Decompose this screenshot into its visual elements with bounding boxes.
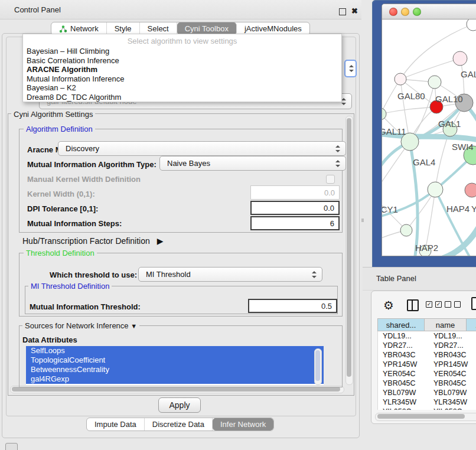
network-node[interactable] [382,108,386,120]
algorithm-option[interactable]: Dream8 DC_TDC Algorithm [23,93,341,102]
node-label-swi4: SWI4 [452,142,474,152]
table-row[interactable]: YBR043CYBR043C [378,350,476,360]
settings-vscrollbar[interactable] [345,116,353,385]
column-header-name[interactable]: name [425,318,467,331]
network-node[interactable] [428,76,441,89]
float-window-icon[interactable] [339,8,346,15]
network-window-titlebar[interactable] [382,4,476,19]
tab-jactivemnodules[interactable]: jActiveMNodules [237,22,309,35]
network-edge[interactable] [400,58,460,79]
node-label-gal1: GAL1 [438,119,461,129]
algorithm-option[interactable]: Mutual Information Inference [23,74,341,84]
node-label-gal: GAL [461,69,476,79]
columns-icon[interactable] [407,299,419,311]
network-graph [382,19,476,256]
mi-type-combobox[interactable]: Naive Bayes [159,156,346,171]
dpi-tolerance-field[interactable]: 0.0 [250,201,340,215]
column-header-a[interactable]: A [467,318,476,331]
attr-list-vscrollbar-thumb[interactable] [315,350,320,381]
network-node[interactable] [428,182,443,197]
network-canvas[interactable]: GALGAL80GAL10GAL1GAL11SWI4GAL4GCY1HAP4YH… [382,19,476,256]
apply-button[interactable]: Apply [158,397,201,413]
network-icon [59,25,67,33]
network-node[interactable] [395,73,406,85]
sources-title-row[interactable]: Sources for Network Inference ▼ [22,321,139,330]
network-node[interactable] [467,19,476,31]
data-attribute-item[interactable]: gal4RGexp [26,374,324,384]
tab-style[interactable]: Style [107,22,140,35]
export-table-icon[interactable] [471,297,476,310]
manual-kernel-checkbox[interactable] [326,175,335,184]
combo-spinner-icon [335,160,340,167]
data-attribute-item[interactable]: BetweennessCentrality [26,365,324,374]
close-icon[interactable]: ✖ [351,7,358,15]
network-node[interactable] [453,51,467,66]
table-row[interactable]: YER054CYER054C8. [378,369,476,379]
data-attribute-item[interactable]: SelfLoops [26,346,324,356]
table-body[interactable]: YDL19...YDL19...13YDR27...YDR27...12YBR0… [377,331,476,410]
table-row[interactable]: YDL19...YDL19...13 [378,331,476,341]
mi-threshold-field[interactable]: 0.5 [248,299,337,313]
kernel-width-field[interactable]: 0.0 [250,185,340,200]
network-edge[interactable] [382,107,436,114]
tab-infer-network[interactable]: Infer Network [213,418,273,431]
split-divider-handle[interactable] [361,219,364,222]
unselect-all-columns-icon[interactable] [445,298,465,309]
aracne-mode-combobox[interactable]: Discovery [58,141,346,156]
table-cell: YBL079W [378,388,429,397]
tab-discretize-data[interactable]: Discretize Data [145,418,213,431]
table-hscrollbar[interactable] [375,413,476,421]
table-cell: YIL052C [378,407,429,410]
network-node[interactable] [465,183,476,197]
dpi-tolerance-label: DPI Tolerance [0,1]: [27,204,98,213]
which-threshold-combobox[interactable]: MI Threshold [138,267,322,282]
manual-kernel-label: Manual Kernel Width Definition [27,175,141,184]
data-attribute-item[interactable]: TopologicalCoefficient [26,356,324,365]
minimized-panel-icon[interactable] [5,443,18,450]
tab-cyni-toolbox[interactable]: Cyni Toolbox [177,22,237,35]
settings-hscrollbar-thumb[interactable] [12,387,340,392]
table-row[interactable]: YPR145WYPR145W9. [378,360,476,369]
network-view-window[interactable]: GALGAL80GAL10GAL1GAL11SWI4GAL4GCY1HAP4YH… [382,4,476,256]
mi-type-value: Naive Bayes [167,159,210,168]
algorithm-option[interactable]: Bayesian – K2 [23,83,341,93]
algorithm-definition-title: Algorithm Definition [24,125,95,133]
algorithm-option[interactable]: ARACNE Algorithm [23,65,341,74]
settings-vscrollbar-thumb[interactable] [347,118,351,377]
table-cell: YDR27... [378,341,429,350]
algorithm-popup-prompt: Select algorithm to view settings [23,34,341,47]
table-row[interactable]: YDR27...YDR27...12 [378,341,476,350]
network-node[interactable] [400,224,412,236]
gear-icon[interactable]: ⚙ [383,299,394,311]
mi-steps-field[interactable]: 6 [250,216,340,230]
network-edge[interactable] [425,190,435,251]
chevron-right-icon[interactable]: ▶ [157,236,164,246]
node-label-gal80: GAL80 [397,91,425,101]
node-label-gal4: GAL4 [413,157,435,167]
tab-select[interactable]: Select [140,22,177,35]
tab-impute-data[interactable]: Impute Data [87,418,145,431]
chevron-down-icon[interactable]: ▼ [131,322,137,330]
control-panel-title: Control Panel [14,5,61,14]
algorithm-option[interactable]: Basic Correlation Inference [23,56,341,66]
focused-combo-spinner[interactable] [344,60,357,77]
minimize-traffic-light-icon[interactable] [401,8,409,16]
close-traffic-light-icon[interactable] [389,8,397,16]
table-cell: YBR043C [378,350,429,360]
table-row[interactable]: YBL079WYBL079W [378,388,476,397]
data-attributes-list[interactable]: SelfLoopsTopologicalCoefficientBetweenne… [26,346,324,385]
table-hscrollbar-thumb[interactable] [377,414,465,419]
zoom-traffic-light-icon[interactable] [413,8,421,16]
column-header-shared-[interactable]: shared... [377,318,425,331]
tab-network[interactable]: Network [51,22,107,35]
select-all-columns-icon[interactable]: ✓ ✓ [426,298,446,309]
attr-list-vscrollbar[interactable] [314,348,322,385]
tab-label: Cyni Toolbox [185,24,229,33]
table-cell: YIL052C [429,407,475,410]
hub-factor-section[interactable]: Hub/Transcription Factor Definition ▶ [22,236,163,246]
sources-title: Sources for Network Inference [25,321,129,330]
table-row[interactable]: YBR045CYBR045C9. [378,379,476,388]
table-row[interactable]: YIL052CYIL052C9. [378,407,476,410]
table-row[interactable]: YLR345WYLR345W9. [378,397,476,407]
algorithm-option[interactable]: Bayesian – Hill Climbing [23,47,341,56]
